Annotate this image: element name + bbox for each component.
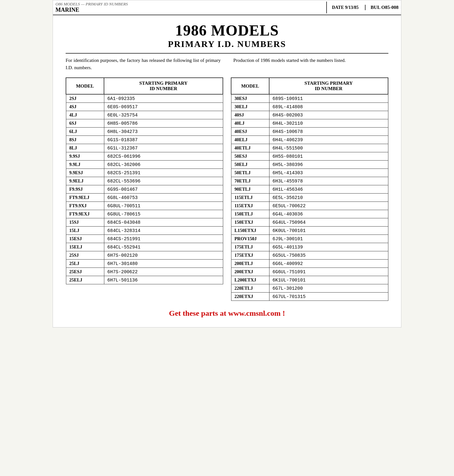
model-cell: 40ESJ: [231, 128, 269, 136]
model-cell: 200ETXJ: [231, 268, 269, 276]
model-cell: 40LJ: [231, 119, 269, 128]
model-cell: 8LJ: [66, 144, 104, 152]
table-row: 40SJ6H4S-002003: [231, 111, 388, 119]
model-cell: 90ETLJ: [231, 185, 269, 194]
model-cell: 220ETXJ: [231, 293, 269, 301]
table-row: 4LJ6E0L-325754: [66, 111, 223, 119]
table-row: 150ETLJ6G4L-403036: [231, 210, 388, 218]
table-row: 200ETLJ6G6L-400992: [231, 260, 388, 268]
header-meta: DATE 9/13/85 BUL O85-008: [326, 2, 399, 13]
table-row: 40LJ6H4L-302110: [231, 119, 388, 128]
doc-title-sub: PRIMARY I.D. NUMBERS: [66, 39, 388, 49]
id-cell: 6H5L-380396: [269, 161, 388, 169]
doc-title-main: 1986 MODELS: [66, 22, 388, 39]
id-cell: 6H4S-100678: [269, 128, 388, 136]
model-cell: 15LJ: [66, 227, 104, 235]
table-row: 200ETXJ6G6UL-751091: [231, 268, 388, 276]
table-row: L150ETXJ6K0UL-700101: [231, 227, 388, 235]
col-id-header: STARTING PRIMARYID NUMBER: [269, 78, 388, 94]
table-row: 40ELJ6H4L-406239: [231, 136, 388, 144]
id-cell: 6H1L-456346: [269, 185, 388, 194]
id-cell: 6H5L-414303: [269, 169, 388, 177]
table-row: 4SJ6E0S-069517: [66, 103, 223, 111]
id-cell: 6H4L-406239: [269, 136, 388, 144]
model-cell: 9.9LJ: [66, 161, 104, 169]
id-cell: 6K0UL-700101: [269, 227, 388, 235]
table-row: 6LJ6H8L-304273: [66, 128, 223, 136]
table-row: 30ESJ689S-106911: [231, 94, 388, 103]
id-cell: 6H8S-005786: [104, 119, 223, 128]
table-row: FT9.9EXJ6G8UL-780615: [66, 210, 223, 218]
id-cell: 6H4L-551500: [269, 144, 388, 152]
header-brand: MARINE: [55, 7, 326, 13]
id-cell: 6A1-092335: [104, 94, 223, 103]
table-row: 8SJ6G1S-018387: [66, 136, 223, 144]
tables-row: MODEL STARTING PRIMARYID NUMBER 2SJ6A1-0…: [66, 77, 388, 301]
id-cell: 6E0L-325754: [104, 111, 223, 119]
table-row: 220ETLJ6G7L-301200: [231, 284, 388, 293]
id-cell: 6H5S-080101: [269, 152, 388, 161]
table-row: 30ELJ689L-414808: [231, 103, 388, 111]
table-row: 175ETXJ6G5UL-750835: [231, 251, 388, 260]
intro-left: For identification purposes, the factory…: [66, 57, 221, 71]
id-cell: 6H7L-301480: [104, 260, 223, 268]
id-cell: 6G8UL-780615: [104, 210, 223, 218]
model-cell: L150ETXJ: [231, 227, 269, 235]
col-model-header: MODEL: [231, 78, 269, 94]
id-cell: 6G4UL-750964: [269, 218, 388, 227]
table-row: L200ETXJ6K1UL-700101: [231, 276, 388, 284]
model-cell: 9.9ELJ: [66, 177, 104, 185]
id-cell: 684CL-552941: [104, 243, 223, 251]
model-cell: 115ETLJ: [231, 194, 269, 202]
model-cell: 50ESJ: [231, 152, 269, 161]
id-cell: 6E0S-069517: [104, 103, 223, 111]
header-bar: O86 MODELS — PRIMARY ID NUMBERS MARINE D…: [53, 0, 401, 15]
model-cell: 150ETLJ: [231, 210, 269, 218]
id-cell: 6G1S-018387: [104, 136, 223, 144]
id-cell: 684CL-328314: [104, 227, 223, 235]
doc-title: 1986 MODELS PRIMARY I.D. NUMBERS: [66, 22, 388, 49]
id-cell: 6G5L-401139: [269, 243, 388, 251]
table-row: 50ETLJ6H5L-414303: [231, 169, 388, 177]
date-label: DATE: [332, 5, 344, 10]
id-cell: 6E5UL-700622: [269, 202, 388, 210]
right-table: MODEL STARTING PRIMARYID NUMBER 30ESJ689…: [231, 77, 388, 301]
table-row: FT9.9XJ6G8UL-700511: [66, 202, 223, 210]
id-cell: 6G9S-001467: [104, 185, 223, 194]
id-cell: 6G8L-460753: [104, 194, 223, 202]
table-row: 40ETLJ6H4L-551500: [231, 144, 388, 152]
table-row: 70ETLJ6H3L-455978: [231, 177, 388, 185]
id-cell: 6G1L-312367: [104, 144, 223, 152]
model-cell: 220ETLJ: [231, 284, 269, 293]
date-value: 9/13/85: [345, 5, 359, 10]
table-row: 25ELJ6H7L-501136: [66, 276, 223, 284]
table-row: 115ETLJ6E5L-356210: [231, 194, 388, 202]
model-cell: 50ETLJ: [231, 169, 269, 177]
model-cell: 25SJ: [66, 251, 104, 260]
id-cell: 689S-106911: [269, 94, 388, 103]
table-row: 25LJ6H7L-301480: [66, 260, 223, 268]
id-cell: 6G7L-301200: [269, 284, 388, 293]
id-cell: 6K1UL-700101: [269, 276, 388, 284]
main-content: 1986 MODELS PRIMARY I.D. NUMBERS For ide…: [53, 15, 401, 327]
id-cell: 689L-414808: [269, 103, 388, 111]
model-cell: 25ESJ: [66, 268, 104, 276]
table-row: 15ELJ684CL-552941: [66, 243, 223, 251]
col-id-header: STARTING PRIMARYID NUMBER: [104, 78, 223, 94]
header-title-area: O86 MODELS — PRIMARY ID NUMBERS MARINE: [55, 2, 326, 13]
model-cell: 6LJ: [66, 128, 104, 136]
id-cell: 6H7L-501136: [104, 276, 223, 284]
table-row: 175ETLJ6G5L-401139: [231, 243, 388, 251]
table-row: PROV150J6J9L-300101: [231, 235, 388, 243]
model-cell: 175ETXJ: [231, 251, 269, 260]
model-cell: 25ELJ: [66, 276, 104, 284]
model-cell: 2SJ: [66, 94, 104, 103]
id-cell: 6G7UL-701315: [269, 293, 388, 301]
table-row: 90ETLJ6H1L-456346: [231, 185, 388, 194]
table-row: 50ELJ6H5L-380396: [231, 161, 388, 169]
intro-right: Production of 1986 models started with t…: [233, 57, 388, 71]
model-cell: 115ETXJ: [231, 202, 269, 210]
model-cell: 15SJ: [66, 218, 104, 227]
header-bul: BUL O85-008: [365, 5, 399, 10]
id-cell: 6H8L-304273: [104, 128, 223, 136]
